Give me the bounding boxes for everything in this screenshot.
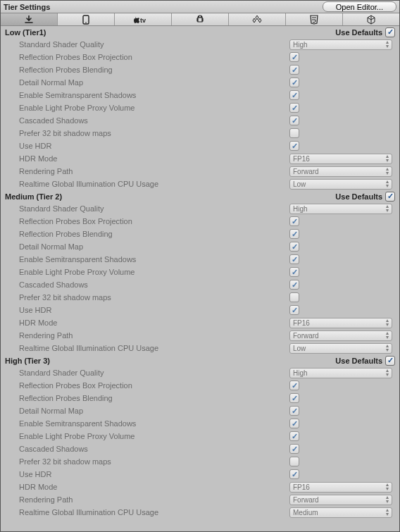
setting-dropdown-value: High (293, 41, 308, 49)
platform-tab[interactable] (58, 13, 115, 25)
use-defaults-checkbox[interactable] (385, 356, 395, 366)
setting-checkbox[interactable] (289, 419, 299, 428)
setting-checkbox[interactable] (289, 267, 299, 277)
setting-row: Detail Normal Map (1, 240, 399, 253)
setting-label: Prefer 32 bit shadow maps (19, 293, 289, 302)
use-defaults-checkbox[interactable] (385, 192, 395, 202)
setting-row: Enable Light Probe Proxy Volume (1, 266, 399, 278)
setting-checkbox[interactable] (289, 280, 299, 290)
setting-label: Enable Light Probe Proxy Volume (19, 104, 289, 112)
setting-dropdown[interactable]: Forward▴▾ (289, 330, 392, 341)
html5-icon (310, 15, 318, 25)
setting-checkbox[interactable] (289, 116, 299, 125)
setting-checkbox[interactable] (289, 52, 299, 62)
cube-icon (366, 15, 376, 25)
setting-row: Reflection Probes Box Projection (1, 51, 399, 63)
setting-checkbox[interactable] (289, 216, 299, 226)
setting-checkbox[interactable] (289, 78, 299, 87)
setting-row: Rendering PathForward▴▾ (1, 493, 399, 506)
setting-dropdown[interactable]: High▴▾ (289, 204, 392, 214)
setting-checkbox[interactable] (289, 444, 299, 454)
use-defaults-label: Use Defaults (335, 28, 382, 37)
platform-tab[interactable] (343, 13, 399, 25)
setting-row: Rendering PathForward▴▾ (1, 329, 399, 342)
setting-dropdown[interactable]: High▴▾ (289, 368, 392, 378)
chevron-updown-icon: ▴▾ (386, 154, 389, 162)
use-defaults-checkbox[interactable] (385, 27, 395, 37)
setting-dropdown[interactable]: FP16▴▾ (289, 318, 392, 328)
chevron-updown-icon: ▴▾ (386, 508, 389, 516)
setting-label: HDR Mode (19, 154, 289, 163)
setting-checkbox[interactable] (289, 469, 299, 479)
setting-dropdown[interactable]: Medium▴▾ (289, 507, 392, 518)
setting-label: HDR Mode (19, 318, 289, 327)
setting-row: Standard Shader QualityHigh▴▾ (1, 366, 399, 379)
setting-label: Prefer 32 bit shadow maps (19, 457, 289, 466)
setting-checkbox[interactable] (289, 229, 299, 239)
platform-tab[interactable] (1, 13, 58, 25)
setting-row: Realtime Global Illumination CPU UsageLo… (1, 342, 399, 354)
setting-row: Use HDR (1, 140, 399, 152)
setting-dropdown-value: FP16 (293, 155, 310, 163)
tier-title: High (Tier 3) (5, 357, 50, 365)
open-editor-button[interactable]: Open Editor... (323, 1, 396, 12)
svg-point-1 (85, 22, 87, 23)
setting-label: Reflection Probes Blending (19, 230, 289, 238)
appletv-icon: tv (133, 16, 153, 24)
setting-label: Standard Shader Quality (19, 369, 289, 377)
setting-row: Use HDR (1, 304, 399, 316)
setting-label: Enable Light Probe Proxy Volume (19, 432, 289, 440)
platform-tab[interactable]: tv (115, 13, 172, 25)
setting-checkbox[interactable] (289, 457, 299, 466)
setting-row: Cascaded Shadows (1, 278, 399, 291)
setting-row: Enable Light Probe Proxy Volume (1, 101, 399, 114)
setting-dropdown-value: High (293, 205, 308, 213)
setting-label: Realtime Global Illumination CPU Usage (19, 508, 289, 516)
setting-dropdown[interactable]: High▴▾ (289, 39, 392, 50)
setting-dropdown[interactable]: Low▴▾ (289, 343, 392, 354)
setting-label: Cascaded Shadows (19, 116, 289, 125)
setting-dropdown[interactable]: Low▴▾ (289, 179, 392, 190)
setting-dropdown[interactable]: FP16▴▾ (289, 482, 392, 493)
setting-row: Prefer 32 bit shadow maps (1, 127, 399, 140)
setting-dropdown[interactable]: Forward▴▾ (289, 166, 392, 177)
tier-title: Low (Tier1) (5, 28, 46, 37)
setting-label: Enable Semitransparent Shadows (19, 91, 289, 99)
setting-checkbox[interactable] (289, 292, 299, 302)
setting-row: Enable Light Probe Proxy Volume (1, 430, 399, 443)
setting-checkbox[interactable] (289, 431, 299, 441)
setting-dropdown-value: FP16 (293, 319, 310, 327)
setting-checkbox[interactable] (289, 406, 299, 416)
tier-header: Medium (Tier 2)Use Defaults (1, 190, 399, 202)
setting-row: Realtime Global Illumination CPU UsageMe… (1, 506, 399, 519)
setting-label: Rendering Path (19, 167, 289, 175)
platform-tab[interactable] (286, 13, 343, 25)
setting-label: Detail Normal Map (19, 242, 289, 251)
setting-checkbox[interactable] (289, 141, 299, 151)
setting-label: Reflection Probes Blending (19, 394, 289, 402)
platform-tab[interactable] (229, 13, 286, 25)
setting-dropdown[interactable]: Forward▴▾ (289, 495, 392, 505)
setting-checkbox[interactable] (289, 254, 299, 264)
chevron-updown-icon: ▴▾ (386, 331, 389, 339)
setting-checkbox[interactable] (289, 65, 299, 75)
setting-checkbox[interactable] (289, 128, 299, 138)
use-defaults-label: Use Defaults (335, 357, 382, 365)
setting-dropdown[interactable]: FP16▴▾ (289, 154, 392, 164)
setting-checkbox[interactable] (289, 393, 299, 403)
setting-checkbox[interactable] (289, 305, 299, 315)
setting-label: Realtime Global Illumination CPU Usage (19, 344, 289, 352)
setting-checkbox[interactable] (289, 103, 299, 113)
chevron-updown-icon: ▴▾ (386, 40, 389, 48)
setting-checkbox[interactable] (289, 90, 299, 100)
setting-checkbox[interactable] (289, 381, 299, 390)
setting-row: Enable Semitransparent Shadows (1, 253, 399, 266)
setting-label: Enable Semitransparent Shadows (19, 419, 289, 428)
setting-row: Reflection Probes Blending (1, 63, 399, 76)
setting-row: Rendering PathForward▴▾ (1, 165, 399, 178)
platform-tab[interactable] (172, 13, 229, 25)
setting-dropdown-value: Forward (293, 496, 319, 504)
setting-row: Cascaded Shadows (1, 443, 399, 455)
use-defaults-label: Use Defaults (335, 192, 382, 201)
setting-checkbox[interactable] (289, 242, 299, 252)
